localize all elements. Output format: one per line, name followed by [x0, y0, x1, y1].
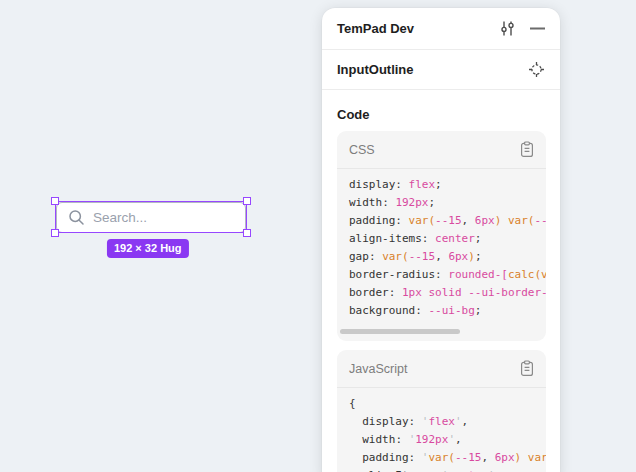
css-code-block: CSS display: flex;width: 192px;padding: … [337, 131, 546, 341]
component-name: InputOutline [337, 62, 528, 77]
tempad-dev-panel: TemPad Dev InputOutline [322, 8, 560, 472]
search-input-component[interactable]: Search... [56, 202, 246, 233]
selection-handle-top-left[interactable] [51, 197, 59, 205]
code-section: Code CSS display: flex;width: 192px;padd… [322, 90, 560, 472]
search-placeholder-text: Search... [93, 210, 147, 225]
clipboard-copy-icon[interactable] [520, 141, 534, 158]
horizontal-scrollbar[interactable] [349, 329, 534, 334]
scrollbar-thumb[interactable] [340, 329, 460, 334]
panel-header: TemPad Dev [322, 8, 560, 50]
sliders-icon[interactable] [499, 20, 516, 37]
minimize-icon[interactable] [530, 20, 545, 37]
component-row: InputOutline [322, 50, 560, 90]
clipboard-copy-icon[interactable] [520, 360, 534, 377]
css-block-label: CSS [349, 143, 520, 157]
selected-element[interactable]: Search... 192 × 32 Hug [56, 202, 246, 233]
code-section-label: Code [337, 107, 546, 122]
selection-handle-bottom-right[interactable] [243, 229, 251, 237]
js-block-header: JavaScript [337, 350, 546, 388]
search-icon [68, 209, 85, 226]
css-block-header: CSS [337, 131, 546, 169]
js-block-label: JavaScript [349, 362, 520, 376]
size-badge: 192 × 32 Hug [107, 239, 189, 258]
selection-handle-bottom-left[interactable] [51, 229, 59, 237]
selection-handle-top-right[interactable] [243, 197, 251, 205]
css-code[interactable]: display: flex;width: 192px;padding: var(… [337, 169, 546, 325]
locate-target-icon[interactable] [528, 61, 545, 78]
panel-title: TemPad Dev [337, 21, 499, 36]
js-code-block: JavaScript { display: 'flex', width: '19… [337, 350, 546, 472]
js-code[interactable]: { display: 'flex', width: '192px', paddi… [337, 388, 546, 472]
